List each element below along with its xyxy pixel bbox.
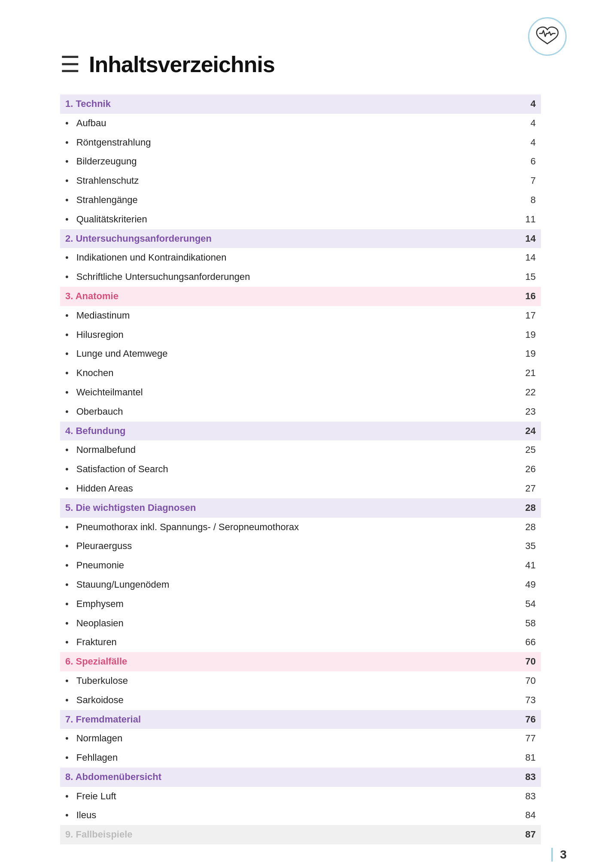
toc-item-4-0: Normalbefund 25 — [60, 440, 541, 460]
section-page-2: 14 — [515, 229, 541, 249]
page: ☰ Inhaltsverzeichnis 1. Technik 4 Aufbau… — [0, 0, 601, 868]
toc-item-4-2: Hidden Areas 27 — [60, 479, 541, 498]
item-label: Indikationen und Kontraindikationen — [60, 248, 515, 267]
section-label-4: 4. Befundung — [60, 422, 515, 441]
page-title-section: ☰ Inhaltsverzeichnis — [60, 52, 541, 77]
item-label: Weichteilmantel — [60, 383, 515, 402]
item-page: 11 — [515, 210, 541, 229]
item-label: Röntgenstrahlung — [60, 133, 515, 152]
section-page-5: 28 — [515, 498, 541, 518]
item-page: 25 — [515, 440, 541, 460]
item-label: Normalbefund — [60, 440, 515, 460]
item-page: 83 — [515, 787, 541, 806]
toc-item-4-1: Satisfaction of Search 26 — [60, 460, 541, 479]
item-page: 19 — [515, 344, 541, 364]
item-page: 54 — [515, 595, 541, 614]
toc-item-3-2: Lunge und Atemwege 19 — [60, 344, 541, 364]
item-label: Lunge und Atemwege — [60, 344, 515, 364]
item-label: Fehllagen — [60, 748, 515, 768]
item-label: Satisfaction of Search — [60, 460, 515, 479]
item-page: 27 — [515, 479, 541, 498]
toc-item-1-1: Röntgenstrahlung 4 — [60, 133, 541, 152]
section-page-3: 16 — [515, 287, 541, 306]
item-page: 7 — [515, 171, 541, 191]
toc-item-3-3: Knochen 21 — [60, 364, 541, 383]
section-header-8: 8. Abdomenübersicht 83 — [60, 768, 541, 787]
item-page: 17 — [515, 306, 541, 325]
toc-item-2-0: Indikationen und Kontraindikationen 14 — [60, 248, 541, 267]
section-header-5: 5. Die wichtigsten Diagnosen 28 — [60, 498, 541, 518]
item-page: 8 — [515, 191, 541, 210]
toc-item-7-0: Normlagen 77 — [60, 729, 541, 748]
item-page: 21 — [515, 364, 541, 383]
item-page: 26 — [515, 460, 541, 479]
item-page: 70 — [515, 671, 541, 691]
section-header-3: 3. Anatomie 16 — [60, 287, 541, 306]
section-page-8: 83 — [515, 768, 541, 787]
section-label-8: 8. Abdomenübersicht — [60, 768, 515, 787]
toc-item-3-4: Weichteilmantel 22 — [60, 383, 541, 402]
toc-item-1-0: Aufbau 4 — [60, 114, 541, 133]
toc-item-8-1: Ileus 84 — [60, 806, 541, 825]
item-page: 41 — [515, 556, 541, 575]
section-page-1: 4 — [515, 94, 541, 114]
item-label: Ileus — [60, 806, 515, 825]
toc-item-6-1: Sarkoidose 73 — [60, 691, 541, 710]
item-page: 4 — [515, 114, 541, 133]
toc-item-8-0: Freie Luft 83 — [60, 787, 541, 806]
toc-icon: ☰ — [60, 53, 80, 76]
item-label: Neoplasien — [60, 614, 515, 633]
item-page: 77 — [515, 729, 541, 748]
toc-item-5-1: Pleuraerguss 35 — [60, 537, 541, 556]
section-header-9: 9. Fallbeispiele 87 — [60, 825, 541, 844]
item-page: 84 — [515, 806, 541, 825]
logo-circle — [528, 17, 567, 56]
toc-item-2-1: Schriftliche Untersuchungsanforderungen … — [60, 267, 541, 287]
item-page: 73 — [515, 691, 541, 710]
item-page: 28 — [515, 518, 541, 537]
item-label: Oberbauch — [60, 402, 515, 422]
item-label: Freie Luft — [60, 787, 515, 806]
item-label: Emphysem — [60, 595, 515, 614]
page-number: 3 — [551, 848, 567, 862]
toc-item-5-6: Frakturen 66 — [60, 633, 541, 652]
section-page-7: 76 — [515, 710, 541, 729]
item-label: Hidden Areas — [60, 479, 515, 498]
item-label: Strahlenschutz — [60, 171, 515, 191]
toc-item-5-2: Pneumonie 41 — [60, 556, 541, 575]
section-label-3: 3. Anatomie — [60, 287, 515, 306]
item-page: 15 — [515, 267, 541, 287]
toc-item-5-3: Stauung/Lungenödem 49 — [60, 575, 541, 595]
item-label: Schriftliche Untersuchungsanforderungen — [60, 267, 515, 287]
item-label: Hilusregion — [60, 325, 515, 345]
toc-item-5-5: Neoplasien 58 — [60, 614, 541, 633]
item-label: Sarkoidose — [60, 691, 515, 710]
toc-table: 1. Technik 4 Aufbau 4 Röntgenstrahlung 4… — [60, 94, 541, 844]
toc-item-1-2: Bilderzeugung 6 — [60, 152, 541, 171]
item-label: Frakturen — [60, 633, 515, 652]
section-label-1: 1. Technik — [60, 94, 515, 114]
section-label-9: 9. Fallbeispiele — [60, 825, 515, 844]
section-header-1: 1. Technik 4 — [60, 94, 541, 114]
toc-item-1-5: Qualitätskriterien 11 — [60, 210, 541, 229]
item-page: 6 — [515, 152, 541, 171]
toc-item-3-1: Hilusregion 19 — [60, 325, 541, 345]
item-page: 35 — [515, 537, 541, 556]
section-header-2: 2. Untersuchungsanforderungen 14 — [60, 229, 541, 249]
section-page-6: 70 — [515, 652, 541, 671]
item-label: Aufbau — [60, 114, 515, 133]
toc-item-6-0: Tuberkulose 70 — [60, 671, 541, 691]
item-page: 19 — [515, 325, 541, 345]
item-label: Bilderzeugung — [60, 152, 515, 171]
item-page: 49 — [515, 575, 541, 595]
item-page: 66 — [515, 633, 541, 652]
section-label-5: 5. Die wichtigsten Diagnosen — [60, 498, 515, 518]
toc-item-5-0: Pneumothorax inkl. Spannungs- / Seropneu… — [60, 518, 541, 537]
item-label: Tuberkulose — [60, 671, 515, 691]
item-label: Qualitätskriterien — [60, 210, 515, 229]
section-header-6: 6. Spezialfälle 70 — [60, 652, 541, 671]
item-page: 14 — [515, 248, 541, 267]
item-page: 22 — [515, 383, 541, 402]
item-page: 4 — [515, 133, 541, 152]
item-label: Mediastinum — [60, 306, 515, 325]
